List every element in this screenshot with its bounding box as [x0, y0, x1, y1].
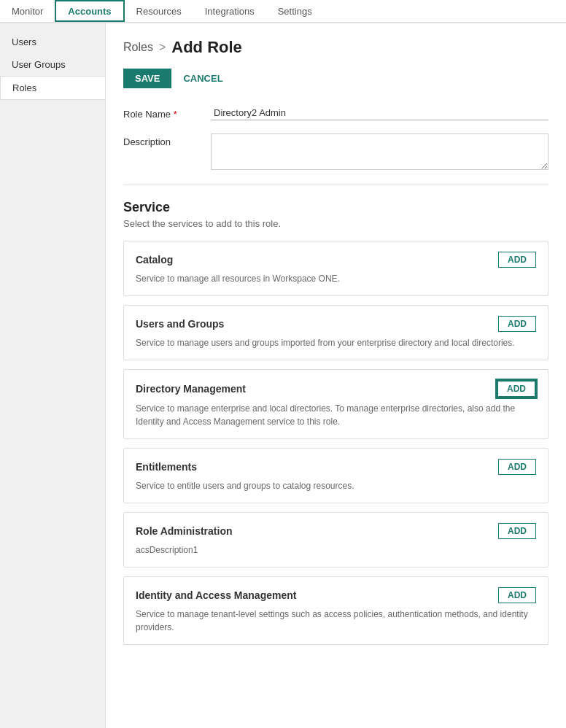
- description-row: Description: [123, 133, 548, 170]
- sidebar-item-users[interactable]: Users: [0, 31, 105, 53]
- breadcrumb-link[interactable]: Roles: [123, 41, 153, 54]
- add-service-button[interactable]: ADD: [497, 380, 536, 398]
- service-card: EntitlementsADDService to entitle users …: [123, 448, 548, 503]
- service-card-title: Catalog: [136, 254, 173, 266]
- save-button[interactable]: SAVE: [123, 69, 171, 88]
- description-input[interactable]: [211, 133, 548, 170]
- service-card: CatalogADDService to manage all resource…: [123, 241, 548, 296]
- nav-item-settings[interactable]: Settings: [266, 0, 324, 22]
- service-card-description: Service to manage tenant-level settings …: [136, 608, 536, 634]
- service-card-description: Service to manage users and groups impor…: [136, 336, 536, 349]
- service-card-header: Users and GroupsADD: [136, 316, 536, 332]
- page-title: Add Role: [171, 38, 242, 57]
- service-card-header: Directory ManagementADD: [136, 380, 536, 398]
- service-card: Directory ManagementADDService to manage…: [123, 369, 548, 439]
- service-card-description: Service to manage all resources in Works…: [136, 272, 536, 285]
- role-name-label: Role Name: [123, 106, 211, 120]
- service-card-description: Service to manage enterprise and local d…: [136, 402, 536, 428]
- service-card-title: Entitlements: [136, 461, 197, 473]
- nav-item-monitor[interactable]: Monitor: [0, 0, 55, 22]
- service-card-title: Users and Groups: [136, 318, 224, 330]
- add-service-button[interactable]: ADD: [498, 252, 536, 268]
- service-card-title: Identity and Access Management: [136, 589, 296, 601]
- form-section: Role Name Description: [123, 106, 548, 170]
- nav-item-resources[interactable]: Resources: [125, 0, 193, 22]
- service-card-header: EntitlementsADD: [136, 459, 536, 475]
- service-section-title: Service: [123, 200, 548, 215]
- section-divider: [123, 185, 548, 185]
- role-name-input[interactable]: [211, 106, 548, 120]
- role-name-row: Role Name: [123, 106, 548, 120]
- service-card: Identity and Access ManagementADDService…: [123, 576, 548, 645]
- service-card-header: Identity and Access ManagementADD: [136, 587, 536, 603]
- add-service-button[interactable]: ADD: [498, 459, 536, 475]
- service-card-description: Service to entitle users and groups to c…: [136, 479, 536, 492]
- service-card: Role AdministrationADDacsDescription1: [123, 512, 548, 568]
- sidebar-item-user-groups[interactable]: User Groups: [0, 53, 105, 76]
- service-card-description: acsDescription1: [136, 543, 536, 557]
- service-card: Users and GroupsADDService to manage use…: [123, 305, 548, 360]
- action-bar: SAVE CANCEL: [123, 69, 548, 88]
- add-service-button[interactable]: ADD: [498, 587, 536, 603]
- breadcrumb: Roles > Add Role: [123, 38, 548, 57]
- breadcrumb-separator: >: [159, 41, 166, 54]
- service-card-header: Role AdministrationADD: [136, 523, 536, 539]
- cancel-button[interactable]: CANCEL: [180, 69, 225, 88]
- sidebar-item-roles[interactable]: Roles: [0, 76, 105, 100]
- service-card-header: CatalogADD: [136, 252, 536, 268]
- add-service-button[interactable]: ADD: [498, 316, 536, 332]
- sidebar: UsersUser GroupsRoles: [0, 23, 106, 728]
- nav-item-integrations[interactable]: Integrations: [193, 0, 266, 22]
- service-section-subtitle: Select the services to add to this role.: [123, 218, 548, 229]
- add-service-button[interactable]: ADD: [498, 523, 536, 539]
- top-nav: MonitorAccountsResourcesIntegrationsSett…: [0, 0, 566, 23]
- service-card-title: Role Administration: [136, 525, 233, 537]
- service-section: Service Select the services to add to th…: [123, 200, 548, 645]
- description-label: Description: [123, 133, 211, 147]
- service-card-title: Directory Management: [136, 383, 246, 395]
- main-content: Roles > Add Role SAVE CANCEL Role Name D…: [106, 23, 566, 728]
- nav-item-accounts[interactable]: Accounts: [55, 0, 124, 22]
